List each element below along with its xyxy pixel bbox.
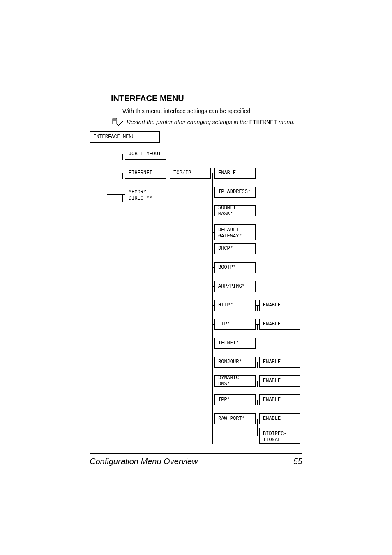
menu-enable-rawport: ENABLE xyxy=(259,413,300,424)
connector xyxy=(257,419,258,436)
note-icon xyxy=(112,117,124,127)
connector xyxy=(212,192,214,192)
connector xyxy=(212,362,214,362)
menu-telnet: TELNET* xyxy=(214,338,256,349)
menu-enable-bonjour: ENABLE xyxy=(259,357,300,368)
menu-bidirectional-l1: BIDIREC- xyxy=(263,431,297,437)
connector xyxy=(212,324,214,325)
connector xyxy=(212,343,214,343)
menu-dhcp: DHCP* xyxy=(214,243,256,254)
connector xyxy=(212,400,214,400)
note-prefix: Restart the printer after changing setti… xyxy=(127,119,249,125)
connector xyxy=(212,232,214,233)
connector xyxy=(122,173,123,179)
connector xyxy=(257,400,258,405)
menu-ip-address: IP ADDRESS* xyxy=(214,187,256,198)
note-row: Restart the printer after changing setti… xyxy=(112,117,295,127)
menu-job-timeout: JOB TIMEOUT xyxy=(125,149,166,160)
menu-arp-ping: ARP/PING* xyxy=(214,281,256,292)
connector xyxy=(257,381,258,387)
connector xyxy=(257,324,258,330)
menu-enable-ftp: ENABLE xyxy=(259,319,300,330)
menu-ethernet: ETHERNET xyxy=(125,168,166,179)
menu-memory-direct-l1: MEMORY xyxy=(129,189,162,196)
menu-bonjour: BONJOUR* xyxy=(214,357,256,368)
connector xyxy=(257,436,259,436)
note-text: Restart the printer after changing setti… xyxy=(127,119,295,126)
menu-enable-ipp: ENABLE xyxy=(259,394,300,405)
intro-text: With this menu, interface settings can b… xyxy=(122,108,252,114)
connector xyxy=(212,419,214,419)
menu-default-gateway-l1: DEFAULT xyxy=(218,227,252,233)
note-suffix: menu. xyxy=(277,119,295,125)
menu-bidirectional-l2: TIONAL xyxy=(263,437,297,443)
menu-interface-menu: INTERFACE MENU xyxy=(90,131,160,143)
menu-bootp: BOOTP* xyxy=(214,262,256,273)
menu-ipp: IPP* xyxy=(214,394,256,405)
footer-title: Configuration Menu Overview xyxy=(90,457,198,466)
connector xyxy=(212,173,213,444)
menu-subnet-mask: SUBNET MASK* xyxy=(214,205,256,216)
connector xyxy=(257,362,258,368)
connector xyxy=(122,194,123,202)
connector xyxy=(212,286,214,287)
connector xyxy=(212,305,214,306)
connector xyxy=(212,381,214,381)
svg-line-4 xyxy=(117,124,118,126)
note-mono: ETHERNET xyxy=(249,119,277,126)
menu-bidirectional: BIDIREC- TIONAL xyxy=(259,428,300,444)
menu-raw-port: RAW PORT* xyxy=(214,413,256,424)
connector xyxy=(212,249,214,249)
connector xyxy=(107,143,107,194)
connector xyxy=(212,267,214,268)
footer-page-number: 55 xyxy=(293,457,302,466)
page: INTERFACE MENU With this menu, interface… xyxy=(0,0,392,555)
menu-memory-direct-l2: DIRECT** xyxy=(129,196,162,202)
menu-ftp: FTP* xyxy=(214,319,256,330)
connector xyxy=(212,211,214,211)
menu-enable-http: ENABLE xyxy=(259,300,300,311)
menu-default-gateway-l2: GATEWAY* xyxy=(218,233,252,240)
menu-http: HTTP* xyxy=(214,300,256,311)
menu-enable-ddns: ENABLE xyxy=(259,375,300,387)
menu-enable-tcpip: ENABLE xyxy=(214,168,256,179)
connector xyxy=(168,173,168,444)
connector xyxy=(257,305,258,311)
footer-rule xyxy=(90,453,302,454)
connector xyxy=(122,154,123,160)
connector xyxy=(122,194,125,195)
svg-rect-0 xyxy=(113,118,117,124)
menu-tcp-ip: TCP/IP xyxy=(170,168,211,179)
menu-dynamic-dns: DYNAMIC DNS* xyxy=(214,375,256,387)
menu-memory-direct: MEMORY DIRECT** xyxy=(125,187,166,202)
connector xyxy=(122,154,125,154)
menu-default-gateway: DEFAULT GATEWAY* xyxy=(214,224,256,240)
connector xyxy=(122,173,125,173)
section-heading: INTERFACE MENU xyxy=(111,94,184,103)
